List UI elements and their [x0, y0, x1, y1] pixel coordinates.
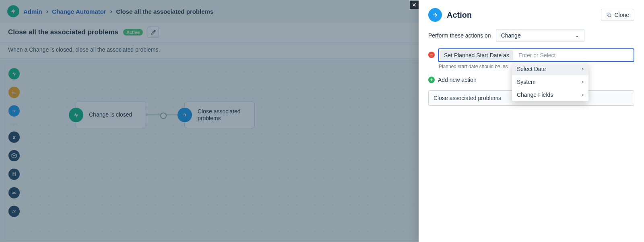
- chevron-right-icon: ›: [582, 92, 584, 98]
- panel-title: Action: [447, 10, 472, 20]
- add-action-label: Add new action: [438, 77, 477, 83]
- copy-icon: [606, 12, 612, 18]
- svg-rect-1: [430, 54, 433, 55]
- dropdown-item-label: System: [517, 79, 536, 85]
- action-condition-row: Set Planned Start Date as Select Date › …: [419, 48, 644, 62]
- panel-header: Action Clone: [419, 0, 644, 29]
- dropdown-item-system[interactable]: System ›: [512, 75, 588, 88]
- close-button[interactable]: [410, 1, 419, 9]
- dropdown-item-label: Select Date: [517, 66, 546, 72]
- associated-action-label: Close associated problems: [433, 95, 501, 101]
- action-suggestions-dropdown: Select Date › System › Change Fields ›: [512, 63, 588, 101]
- plus-icon: [428, 77, 435, 83]
- chevron-down-icon: ⌄: [575, 33, 579, 38]
- action-icon: [428, 8, 442, 22]
- perform-actions-row: Perform these actions on Change ⌄: [419, 29, 644, 48]
- chevron-right-icon: ›: [582, 79, 584, 85]
- svg-rect-0: [608, 14, 611, 17]
- dropdown-item-label: Change Fields: [517, 92, 553, 98]
- remove-action-button[interactable]: [428, 52, 435, 58]
- action-field-input[interactable]: [514, 52, 634, 58]
- perform-actions-value: Change: [501, 32, 521, 39]
- chevron-right-icon: ›: [582, 66, 584, 72]
- dropdown-item-select-date[interactable]: Select Date ›: [512, 63, 588, 75]
- clone-button-label: Clone: [614, 12, 629, 18]
- dropdown-item-change-fields[interactable]: Change Fields ›: [512, 88, 588, 101]
- perform-actions-label: Perform these actions on: [428, 32, 491, 39]
- action-panel: Action Clone Perform these actions on Ch…: [419, 0, 644, 242]
- perform-actions-select[interactable]: Change ⌄: [496, 29, 584, 42]
- action-field-chip[interactable]: Set Planned Start Date as: [440, 50, 513, 60]
- clone-button[interactable]: Clone: [601, 9, 634, 21]
- action-field[interactable]: Set Planned Start Date as: [438, 48, 634, 62]
